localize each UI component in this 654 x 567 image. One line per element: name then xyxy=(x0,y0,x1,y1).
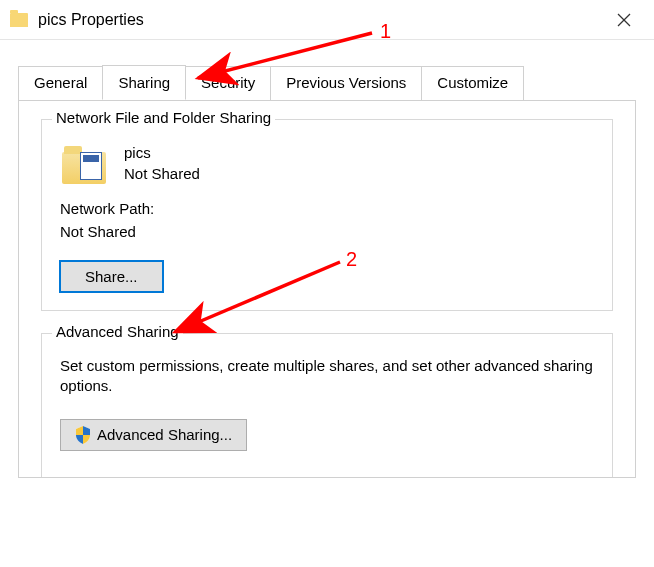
tab-previous-versions[interactable]: Previous Versions xyxy=(270,66,422,101)
advanced-sharing-button[interactable]: Advanced Sharing... xyxy=(60,419,247,451)
group-advanced-sharing: Advanced Sharing Set custom permissions,… xyxy=(41,333,613,477)
annotation-label-1: 1 xyxy=(380,20,391,43)
tab-general[interactable]: General xyxy=(18,66,103,101)
tab-customize[interactable]: Customize xyxy=(421,66,524,101)
tab-sharing[interactable]: Sharing xyxy=(102,65,186,100)
advanced-description: Set custom permissions, create multiple … xyxy=(60,356,594,397)
group-legend-advanced: Advanced Sharing xyxy=(52,323,183,340)
annotation-label-2: 2 xyxy=(346,248,357,271)
network-path-value: Not Shared xyxy=(60,221,594,244)
group-legend-network: Network File and Folder Sharing xyxy=(52,109,275,126)
network-path-block: Network Path: Not Shared xyxy=(60,198,594,243)
close-icon xyxy=(617,13,631,27)
network-path-label: Network Path: xyxy=(60,198,594,221)
folder-icon xyxy=(10,13,28,27)
folder-name-label: pics xyxy=(124,142,200,163)
close-button[interactable] xyxy=(604,0,644,40)
share-status-label: Not Shared xyxy=(124,163,200,184)
tab-bar: General Sharing Security Previous Versio… xyxy=(18,65,654,100)
folder-info-row: pics Not Shared xyxy=(62,142,594,184)
advanced-sharing-button-label: Advanced Sharing... xyxy=(97,426,232,443)
folder-info-text: pics Not Shared xyxy=(124,142,200,184)
folder-large-icon xyxy=(62,146,106,184)
uac-shield-icon xyxy=(75,426,91,444)
group-network-sharing: Network File and Folder Sharing pics Not… xyxy=(41,119,613,311)
share-button[interactable]: Share... xyxy=(60,261,163,292)
tab-security[interactable]: Security xyxy=(185,66,271,101)
tab-panel-sharing: Network File and Folder Sharing pics Not… xyxy=(18,100,636,478)
titlebar: pics Properties xyxy=(0,0,654,40)
window-title: pics Properties xyxy=(38,11,144,29)
